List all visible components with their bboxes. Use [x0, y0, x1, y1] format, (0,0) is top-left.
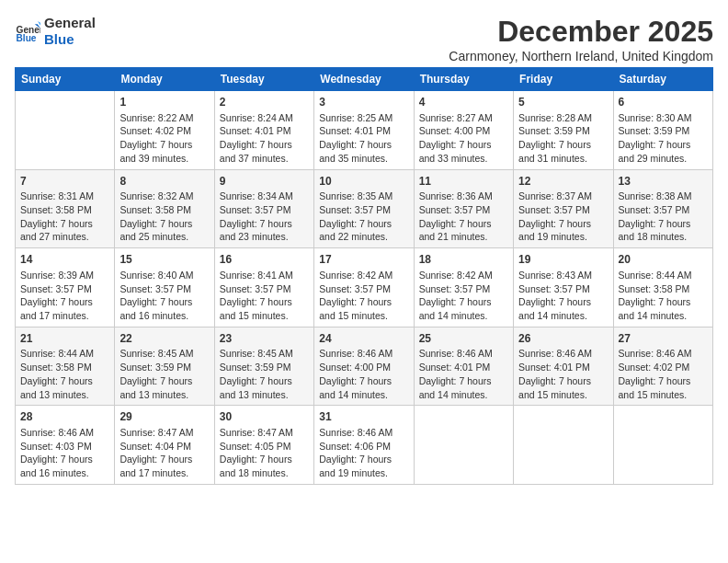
- day-detail: Sunrise: 8:27 AMSunset: 4:00 PMDaylight:…: [419, 111, 508, 166]
- day-detail: Sunrise: 8:43 AMSunset: 3:57 PMDaylight:…: [518, 269, 608, 323]
- calendar-cell: 20Sunrise: 8:44 AMSunset: 3:58 PMDayligh…: [613, 248, 712, 327]
- day-number: 2: [220, 95, 309, 110]
- day-detail: Sunrise: 8:34 AMSunset: 3:57 PMDaylight:…: [220, 190, 309, 244]
- calendar-cell: 3Sunrise: 8:25 AMSunset: 4:01 PMDaylight…: [314, 91, 414, 170]
- calendar-cell: 6Sunrise: 8:30 AMSunset: 3:59 PMDaylight…: [613, 91, 712, 170]
- day-number: 1: [119, 95, 209, 110]
- calendar-week-row: 1Sunrise: 8:22 AMSunset: 4:02 PMDaylight…: [16, 91, 713, 170]
- day-number: 13: [619, 174, 708, 190]
- day-number: 12: [518, 174, 608, 190]
- day-number: 24: [319, 331, 408, 347]
- day-detail: Sunrise: 8:46 AMSunset: 4:03 PMDaylight:…: [20, 426, 109, 480]
- day-detail: Sunrise: 8:46 AMSunset: 4:02 PMDaylight:…: [619, 347, 708, 401]
- day-number: 11: [419, 174, 508, 190]
- day-detail: Sunrise: 8:32 AMSunset: 3:58 PMDaylight:…: [119, 190, 209, 244]
- calendar-cell: 7Sunrise: 8:31 AMSunset: 3:58 PMDaylight…: [16, 169, 115, 248]
- weekday-header: Wednesday: [314, 68, 414, 91]
- day-detail: Sunrise: 8:46 AMSunset: 4:01 PMDaylight:…: [419, 347, 508, 401]
- day-number: 14: [20, 252, 109, 268]
- calendar-cell: 14Sunrise: 8:39 AMSunset: 3:57 PMDayligh…: [16, 248, 115, 327]
- calendar-cell: 31Sunrise: 8:46 AMSunset: 4:06 PMDayligh…: [314, 406, 414, 485]
- day-detail: Sunrise: 8:47 AMSunset: 4:05 PMDaylight:…: [220, 426, 309, 480]
- day-number: 23: [220, 331, 309, 347]
- day-number: 4: [419, 95, 508, 110]
- calendar-cell: 30Sunrise: 8:47 AMSunset: 4:05 PMDayligh…: [214, 406, 313, 485]
- day-number: 18: [419, 252, 508, 268]
- weekday-header: Saturday: [613, 68, 712, 91]
- day-detail: Sunrise: 8:37 AMSunset: 3:57 PMDaylight:…: [518, 190, 608, 244]
- location-subtitle: Carnmoney, Northern Ireland, United King…: [449, 49, 713, 63]
- day-number: 5: [518, 95, 608, 110]
- day-detail: Sunrise: 8:45 AMSunset: 3:59 PMDaylight:…: [220, 347, 309, 401]
- day-detail: Sunrise: 8:46 AMSunset: 4:01 PMDaylight:…: [518, 347, 608, 401]
- day-detail: Sunrise: 8:42 AMSunset: 3:57 PMDaylight:…: [419, 269, 508, 323]
- calendar-cell: 24Sunrise: 8:46 AMSunset: 4:00 PMDayligh…: [314, 327, 414, 406]
- calendar-cell: 29Sunrise: 8:47 AMSunset: 4:04 PMDayligh…: [115, 406, 214, 485]
- day-detail: Sunrise: 8:36 AMSunset: 3:57 PMDaylight:…: [419, 190, 508, 244]
- day-number: 19: [518, 252, 608, 268]
- day-number: 22: [119, 331, 209, 347]
- calendar-cell: 17Sunrise: 8:42 AMSunset: 3:57 PMDayligh…: [314, 248, 414, 327]
- calendar-cell: [414, 406, 513, 485]
- day-detail: Sunrise: 8:44 AMSunset: 3:58 PMDaylight:…: [619, 269, 708, 323]
- day-detail: Sunrise: 8:46 AMSunset: 4:00 PMDaylight:…: [319, 347, 408, 401]
- day-detail: Sunrise: 8:39 AMSunset: 3:57 PMDaylight:…: [20, 269, 109, 323]
- logo: General Blue General Blue: [15, 15, 96, 48]
- day-detail: Sunrise: 8:25 AMSunset: 4:01 PMDaylight:…: [319, 111, 408, 166]
- day-number: 31: [319, 409, 408, 425]
- day-number: 15: [119, 252, 209, 268]
- day-detail: Sunrise: 8:40 AMSunset: 3:57 PMDaylight:…: [119, 269, 209, 323]
- weekday-header: Sunday: [16, 68, 115, 91]
- calendar-cell: 25Sunrise: 8:46 AMSunset: 4:01 PMDayligh…: [414, 327, 513, 406]
- day-number: 21: [20, 331, 109, 347]
- day-detail: Sunrise: 8:47 AMSunset: 4:04 PMDaylight:…: [119, 426, 209, 480]
- day-detail: Sunrise: 8:45 AMSunset: 3:59 PMDaylight:…: [119, 347, 209, 401]
- month-title: December 2025: [449, 15, 713, 49]
- calendar-cell: [514, 406, 613, 485]
- calendar-cell: 10Sunrise: 8:35 AMSunset: 3:57 PMDayligh…: [314, 169, 414, 248]
- day-detail: Sunrise: 8:35 AMSunset: 3:57 PMDaylight:…: [319, 190, 408, 244]
- calendar-cell: 4Sunrise: 8:27 AMSunset: 4:00 PMDaylight…: [414, 91, 513, 170]
- calendar-cell: 16Sunrise: 8:41 AMSunset: 3:57 PMDayligh…: [214, 248, 313, 327]
- day-number: 7: [20, 174, 109, 190]
- day-number: 9: [220, 174, 309, 190]
- weekday-header: Friday: [514, 68, 613, 91]
- calendar-cell: 9Sunrise: 8:34 AMSunset: 3:57 PMDaylight…: [214, 169, 313, 248]
- day-detail: Sunrise: 8:28 AMSunset: 3:59 PMDaylight:…: [518, 111, 608, 166]
- calendar-cell: 12Sunrise: 8:37 AMSunset: 3:57 PMDayligh…: [514, 169, 613, 248]
- day-number: 26: [518, 331, 608, 347]
- day-number: 20: [619, 252, 708, 268]
- calendar-cell: 8Sunrise: 8:32 AMSunset: 3:58 PMDaylight…: [115, 169, 214, 248]
- calendar-cell: 19Sunrise: 8:43 AMSunset: 3:57 PMDayligh…: [514, 248, 613, 327]
- calendar-cell: 28Sunrise: 8:46 AMSunset: 4:03 PMDayligh…: [16, 406, 115, 485]
- weekday-header: Thursday: [414, 68, 513, 91]
- calendar-cell: [613, 406, 712, 485]
- calendar-cell: 1Sunrise: 8:22 AMSunset: 4:02 PMDaylight…: [115, 91, 214, 170]
- calendar-week-row: 14Sunrise: 8:39 AMSunset: 3:57 PMDayligh…: [16, 248, 713, 327]
- svg-text:Blue: Blue: [17, 33, 37, 43]
- day-number: 25: [419, 331, 508, 347]
- calendar-cell: 18Sunrise: 8:42 AMSunset: 3:57 PMDayligh…: [414, 248, 513, 327]
- logo-text: General Blue: [44, 15, 96, 48]
- calendar-cell: 15Sunrise: 8:40 AMSunset: 3:57 PMDayligh…: [115, 248, 214, 327]
- calendar-cell: 21Sunrise: 8:44 AMSunset: 3:58 PMDayligh…: [16, 327, 115, 406]
- day-number: 8: [119, 174, 209, 190]
- day-detail: Sunrise: 8:24 AMSunset: 4:01 PMDaylight:…: [220, 111, 309, 166]
- calendar-cell: 2Sunrise: 8:24 AMSunset: 4:01 PMDaylight…: [214, 91, 313, 170]
- calendar-cell: 23Sunrise: 8:45 AMSunset: 3:59 PMDayligh…: [214, 327, 313, 406]
- day-detail: Sunrise: 8:44 AMSunset: 3:58 PMDaylight:…: [20, 347, 109, 401]
- day-detail: Sunrise: 8:31 AMSunset: 3:58 PMDaylight:…: [20, 190, 109, 244]
- calendar-cell: [16, 91, 115, 170]
- day-detail: Sunrise: 8:30 AMSunset: 3:59 PMDaylight:…: [619, 111, 708, 166]
- calendar-cell: 5Sunrise: 8:28 AMSunset: 3:59 PMDaylight…: [514, 91, 613, 170]
- title-block: December 2025 Carnmoney, Northern Irelan…: [449, 15, 713, 63]
- calendar-cell: 22Sunrise: 8:45 AMSunset: 3:59 PMDayligh…: [115, 327, 214, 406]
- calendar-cell: 11Sunrise: 8:36 AMSunset: 3:57 PMDayligh…: [414, 169, 513, 248]
- page-header: General Blue General Blue December 2025 …: [15, 15, 713, 63]
- calendar-cell: 26Sunrise: 8:46 AMSunset: 4:01 PMDayligh…: [514, 327, 613, 406]
- day-detail: Sunrise: 8:38 AMSunset: 3:57 PMDaylight:…: [619, 190, 708, 244]
- day-number: 16: [220, 252, 309, 268]
- day-number: 3: [319, 95, 408, 110]
- day-number: 30: [220, 409, 309, 425]
- day-number: 6: [619, 95, 708, 110]
